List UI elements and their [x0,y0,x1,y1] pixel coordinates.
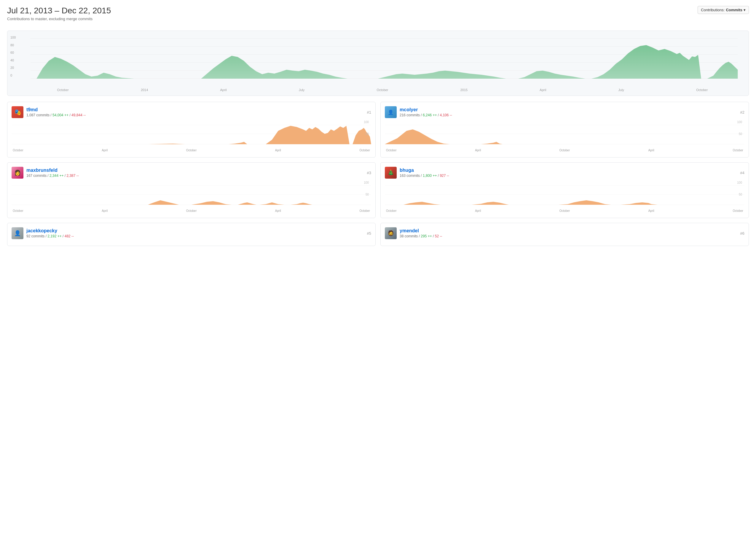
contributor-header-6: 🧔 ymendel 38 commits / 295 ++ / 52 -- #6 [385,227,744,239]
contributor-stats-5: 92 commits / 2,192 ++ / 482 -- [26,234,74,238]
main-chart-y-labels: 100 80 60 40 20 0 [10,36,16,77]
main-chart-svg [12,36,744,86]
page-title: Jul 21, 2013 – Dec 22, 2015 [7,6,111,15]
contributions-type: Commits [726,8,742,12]
contributor-name-6[interactable]: ymendel [400,228,442,233]
rank-2: #2 [740,110,744,114]
contributor-info-2: 👤 mcolyer 216 commits / 6,246 ++ / 4,106… [385,106,452,118]
mini-x-labels-1: October April October April October [12,149,371,152]
contributor-header-4: 🎄 bhuga 163 commits / 1,800 ++ / 927 -- … [385,167,744,179]
contributor-stats-1: 1,087 commits / 54,004 ++ / 49,844 -- [26,113,86,117]
mini-x-labels-2: October April October April October [385,149,744,152]
contributor-info-1: 🎭 t9md 1,087 commits / 54,004 ++ / 49,84… [12,106,86,118]
contributor-name-3[interactable]: maxbrunsfeld [26,168,79,173]
contributor-header-2: 👤 mcolyer 216 commits / 6,246 ++ / 4,106… [385,106,744,118]
avatar-2: 👤 [385,106,397,118]
avatar-4: 🎄 [385,167,397,179]
contributor-name-4[interactable]: bhuga [400,168,449,173]
contributor-header-1: 🎭 t9md 1,087 commits / 54,004 ++ / 49,84… [12,106,371,118]
rank-3: #3 [367,171,371,175]
contributor-card-6: 🧔 ymendel 38 commits / 295 ++ / 52 -- #6 [380,223,749,246]
rank-5: #5 [367,231,371,235]
contributor-header-3: 👩 maxbrunsfeld 167 commits / 2,344 ++ / … [12,167,371,179]
contributor-header-5: 👤 jacekkopecky 92 commits / 2,192 ++ / 4… [12,227,371,239]
rank-1: #1 [367,110,371,114]
contributors-grid: 🎭 t9md 1,087 commits / 54,004 ++ / 49,84… [7,102,749,246]
contributor-info-5: 👤 jacekkopecky 92 commits / 2,192 ++ / 4… [12,227,74,239]
dropdown-arrow-icon: ▾ [744,8,746,12]
contributor-card-4: 🎄 bhuga 163 commits / 1,800 ++ / 927 -- … [380,162,749,218]
contributor-card-3: 👩 maxbrunsfeld 167 commits / 2,344 ++ / … [7,162,376,218]
contributor-info-4: 🎄 bhuga 163 commits / 1,800 ++ / 927 -- [385,167,449,179]
contributor-stats-6: 38 commits / 295 ++ / 52 -- [400,234,442,238]
avatar-6: 🧔 [385,227,397,239]
contributor-stats-3: 167 commits / 2,344 ++ / 2,387 -- [26,173,79,178]
avatar-1: 🎭 [12,106,23,118]
contributor-chart-2: 100 50 October April October April Octob… [385,120,744,153]
contributor-name-5[interactable]: jacekkopecky [26,228,74,233]
page-subtitle: Contributions to master, excluding merge… [7,17,111,21]
contributor-stats-2: 216 commits / 6,246 ++ / 4,106 -- [400,113,452,117]
contributor-name-1[interactable]: t9md [26,107,86,112]
contributor-card-2: 👤 mcolyer 216 commits / 6,246 ++ / 4,106… [380,102,749,157]
contributions-label: Contributions: [701,8,725,12]
avatar-3: 👩 [12,167,23,179]
rank-6: #6 [740,231,744,235]
mini-x-labels-3: October April October April October [12,209,371,212]
contributor-stats-4: 163 commits / 1,800 ++ / 927 -- [400,173,449,178]
contributor-info-3: 👩 maxbrunsfeld 167 commits / 2,344 ++ / … [12,167,79,179]
contributor-card-1: 🎭 t9md 1,087 commits / 54,004 ++ / 49,84… [7,102,376,157]
contributor-name-2[interactable]: mcolyer [400,107,452,112]
contributor-card-5: 👤 jacekkopecky 92 commits / 2,192 ++ / 4… [7,223,376,246]
main-chart-x-labels: October 2014 April July October 2015 Apr… [12,88,744,92]
mini-x-labels-4: October April October April October [385,209,744,212]
page-header: Jul 21, 2013 – Dec 22, 2015 Contribution… [7,6,111,21]
contributor-info-6: 🧔 ymendel 38 commits / 295 ++ / 52 -- [385,227,442,239]
contributor-chart-4: 100 50 October April October April Octob… [385,181,744,214]
rank-4: #4 [740,171,744,175]
contributions-button[interactable]: Contributions: Commits ▾ [698,6,749,14]
avatar-5: 👤 [12,227,23,239]
contributor-chart-3: 100 50 October April October April Octob… [12,181,371,214]
main-chart: 100 80 60 40 20 0 October 2014 April Jul… [7,31,749,96]
contributor-chart-1: 100 50 October April October April Octob… [12,120,371,153]
